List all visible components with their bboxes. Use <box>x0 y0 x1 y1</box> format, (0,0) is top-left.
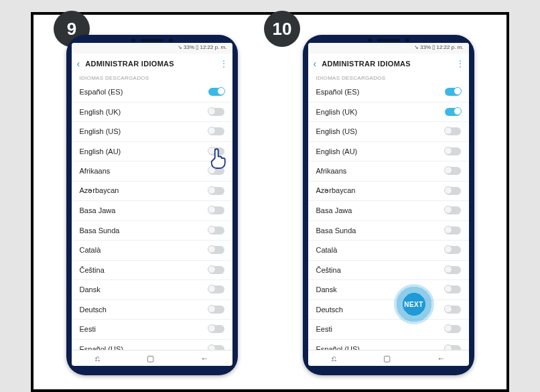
language-toggle[interactable] <box>208 88 224 96</box>
language-row[interactable]: Basa Jawa <box>308 201 469 221</box>
language-label: Azərbaycan <box>316 186 356 195</box>
language-toggle[interactable] <box>445 206 461 214</box>
section-label: IDIOMAS DESCARGADOS <box>72 74 232 82</box>
language-toggle[interactable] <box>208 246 224 254</box>
language-toggle[interactable] <box>445 187 461 195</box>
language-toggle[interactable] <box>445 325 461 333</box>
language-toggle[interactable] <box>445 306 461 314</box>
language-toggle[interactable] <box>208 345 224 350</box>
language-label: Català <box>80 246 101 254</box>
language-row[interactable]: Basa Jawa <box>72 201 232 221</box>
nav-recents-icon[interactable]: ⎌ <box>332 354 336 363</box>
more-icon[interactable]: ⋮ <box>219 58 227 69</box>
language-label: Basa Sunda <box>80 226 120 235</box>
nav-home-icon[interactable]: ▢ <box>147 354 154 363</box>
language-row[interactable]: Català <box>72 241 232 261</box>
nav-home-icon[interactable]: ▢ <box>383 354 391 363</box>
language-toggle[interactable] <box>445 147 461 155</box>
language-toggle[interactable] <box>445 167 461 175</box>
language-row[interactable]: English (US) <box>72 122 232 142</box>
tutorial-diagram: 9 10 ↘ 33% ▯ 12:22 p. m. ‹ ADMINISTRAR I… <box>31 12 509 392</box>
language-row[interactable]: Basa Sunda <box>308 221 469 241</box>
language-toggle[interactable] <box>208 306 224 314</box>
language-label: Català <box>316 246 338 254</box>
language-toggle[interactable] <box>445 285 461 293</box>
language-toggle[interactable] <box>445 108 461 116</box>
language-row[interactable]: English (AU) <box>308 142 469 162</box>
section-label: IDIOMAS DESCARGADOS <box>308 74 469 82</box>
language-label: English (US) <box>80 127 121 135</box>
language-row[interactable]: Dansk <box>308 280 469 300</box>
language-toggle[interactable] <box>445 127 461 135</box>
language-toggle[interactable] <box>208 187 224 195</box>
language-row[interactable]: English (UK) <box>72 103 232 123</box>
language-toggle[interactable] <box>208 167 224 175</box>
language-row[interactable]: Español (ES) <box>308 82 469 103</box>
language-list[interactable]: Español (ES)English (UK)English (US)Engl… <box>72 82 232 350</box>
step-badge-10: 10 <box>264 11 300 47</box>
language-row[interactable]: Dansk <box>72 280 232 300</box>
language-label: Afrikaans <box>316 167 347 175</box>
language-toggle[interactable] <box>208 108 224 116</box>
language-toggle[interactable] <box>445 226 461 235</box>
language-toggle[interactable] <box>445 266 461 274</box>
language-label: Basa Jawa <box>80 206 116 214</box>
language-row[interactable]: Català <box>308 241 469 261</box>
language-row[interactable]: Eesti <box>72 320 232 340</box>
language-row[interactable]: Azərbaycan <box>72 182 232 202</box>
back-icon[interactable]: ‹ <box>314 58 317 69</box>
nav-recents-icon[interactable]: ⎌ <box>95 354 100 363</box>
language-label: Eesti <box>80 325 96 333</box>
language-label: English (UK) <box>80 108 121 116</box>
phone-step-10: ↘ 33% ▯ 12:22 p. m. ‹ ADMINISTRAR IDIOMA… <box>303 35 474 375</box>
language-list[interactable]: Español (ES)English (UK)English (US)Engl… <box>308 82 469 350</box>
language-row[interactable]: English (AU) <box>72 142 232 162</box>
language-row[interactable]: Azərbaycan <box>308 182 469 202</box>
language-row[interactable]: Español (US) <box>72 340 232 350</box>
language-toggle[interactable] <box>208 266 224 274</box>
language-label: Azərbaycan <box>80 186 119 195</box>
language-row[interactable]: Afrikaans <box>72 161 232 182</box>
language-toggle[interactable] <box>208 206 224 214</box>
language-row[interactable]: English (US) <box>308 122 469 142</box>
language-row[interactable]: Deutsch <box>308 300 469 320</box>
language-toggle[interactable] <box>208 226 224 235</box>
language-row[interactable]: Español (ES) <box>72 82 232 103</box>
language-row[interactable]: English (UK) <box>308 103 469 123</box>
more-icon[interactable]: ⋮ <box>456 58 464 69</box>
language-label: Español (ES) <box>316 88 360 96</box>
language-label: Español (ES) <box>80 88 123 96</box>
language-label: Eesti <box>316 325 332 333</box>
language-toggle[interactable] <box>208 285 224 293</box>
nav-back-icon[interactable]: ← <box>437 354 446 363</box>
language-row[interactable]: Español (US) <box>308 340 469 350</box>
language-row[interactable]: Deutsch <box>72 300 232 320</box>
language-toggle[interactable] <box>445 246 461 254</box>
language-toggle[interactable] <box>208 127 224 135</box>
language-toggle[interactable] <box>208 325 224 333</box>
language-label: Dansk <box>80 285 100 293</box>
language-row[interactable]: Basa Sunda <box>72 221 232 241</box>
language-toggle[interactable] <box>208 147 224 155</box>
language-row[interactable]: Čeština <box>72 261 232 281</box>
language-label: Basa Sunda <box>316 226 356 235</box>
system-nav-bar: ⎌ ▢ ← <box>72 350 232 366</box>
language-label: Español (US) <box>80 345 123 350</box>
language-row[interactable]: Eesti <box>308 320 469 340</box>
language-label: Español (US) <box>316 345 360 350</box>
language-label: Deutsch <box>80 306 107 314</box>
language-row[interactable]: Afrikaans <box>308 161 469 182</box>
appbar-title: ADMINISTRAR IDIOMAS <box>85 60 213 68</box>
app-bar: ‹ ADMINISTRAR IDIOMAS ⋮ <box>308 54 469 74</box>
language-row[interactable]: Čeština <box>308 261 469 281</box>
status-bar: ↘ 33% ▯ 12:22 p. m. <box>308 43 469 54</box>
language-toggle[interactable] <box>445 88 461 96</box>
nav-back-icon[interactable]: ← <box>201 354 209 363</box>
app-bar: ‹ ADMINISTRAR IDIOMAS ⋮ <box>72 54 232 74</box>
language-label: Basa Jawa <box>316 206 352 214</box>
language-label: Čeština <box>316 266 341 274</box>
language-toggle[interactable] <box>445 345 461 350</box>
language-label: English (US) <box>316 127 358 135</box>
back-icon[interactable]: ‹ <box>77 58 80 69</box>
language-label: Afrikaans <box>80 167 111 175</box>
